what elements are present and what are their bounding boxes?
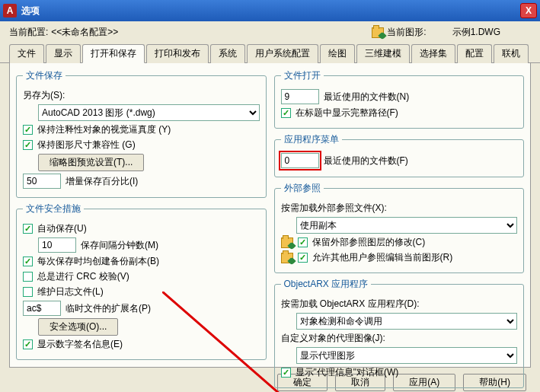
- backup-label: 每次保存时均创建备份副本(B): [37, 255, 159, 268]
- log-label: 维护日志文件(L): [37, 285, 104, 298]
- digsig-checkbox[interactable]: [23, 339, 33, 349]
- drawing-icon: [372, 27, 384, 38]
- folder-icon: [281, 237, 293, 248]
- tab-display[interactable]: 显示: [46, 44, 81, 63]
- current-profile-label: 当前配置:: [9, 26, 48, 39]
- digsig-label: 显示数字签名信息(E): [37, 338, 123, 351]
- tab-plot[interactable]: 打印和发布: [146, 44, 209, 63]
- autosave-min-label: 保存间隔分钟数(M): [81, 239, 158, 252]
- crc-checkbox[interactable]: [23, 272, 33, 282]
- group-safety-legend: 文件安全措施: [23, 202, 84, 215]
- group-file-save-legend: 文件保存: [23, 69, 66, 82]
- group-xref: 外部参照 按需加载外部参照文件(X): 使用副本 保留外部参照图层的修改(C) …: [274, 182, 525, 273]
- annot-visual-label: 保持注释性对象的视觉逼真度 (Y): [37, 123, 171, 136]
- autosave-checkbox[interactable]: [23, 224, 33, 234]
- crc-label: 总是进行 CRC 校验(V): [37, 270, 129, 283]
- xref-allowedit-label: 允许其他用户参照编辑当前图形(R): [312, 251, 453, 264]
- close-button[interactable]: X: [520, 3, 537, 18]
- tab-system[interactable]: 系统: [210, 44, 245, 63]
- arx-proxy-select[interactable]: 显示代理图形: [296, 347, 518, 364]
- group-safety: 文件安全措施 自动保存(U) 保存间隔分钟数(M) 每次保存时均创建备份副本(B…: [16, 202, 267, 360]
- tab-profiles[interactable]: 配置: [457, 44, 492, 63]
- xref-allowedit-checkbox[interactable]: [298, 253, 308, 263]
- saveas-select[interactable]: AutoCAD 2013 图形 (*.dwg): [38, 104, 260, 121]
- xref-retain-label: 保留外部参照图层的修改(C): [312, 236, 426, 249]
- arx-proxy-dlg-label: 显示"代理信息"对话框(W): [296, 366, 399, 379]
- folder-icon: [281, 253, 293, 263]
- group-app-menu: 应用程序菜单 最近使用的文件数(F): [274, 133, 525, 177]
- thumb-settings-button[interactable]: 缩略图预览设置(T)...: [38, 154, 144, 171]
- group-file-open-legend: 文件打开: [281, 69, 324, 82]
- inc-save-input[interactable]: [23, 174, 61, 189]
- app-logo-icon: A: [3, 4, 17, 18]
- arx-proxy-dlg-checkbox[interactable]: [281, 368, 291, 378]
- group-arx: ObjectARX 应用程序 按需加载 ObjectARX 应用程序(D): 对…: [274, 278, 525, 388]
- right-column: 文件打开 最近使用的文件数(N) 在标题中显示完整路径(F) 应用程序菜单 最近…: [274, 69, 525, 361]
- arx-proxy-label: 自定义对象的代理图像(J):: [281, 332, 385, 345]
- autosave-min-input[interactable]: [38, 237, 76, 253]
- left-column: 文件保存 另存为(S): AutoCAD 2013 图形 (*.dwg) 保持注…: [16, 69, 267, 361]
- appmenu-mru-input[interactable]: [281, 153, 319, 168]
- log-checkbox[interactable]: [23, 287, 33, 297]
- arx-load-select[interactable]: 对象检测和命令调用: [296, 313, 518, 330]
- current-drawing-value: 示例1.DWG: [452, 26, 500, 39]
- tab-3d[interactable]: 三维建模: [356, 44, 410, 63]
- arx-load-label: 按需加载 ObjectARX 应用程序(D):: [281, 298, 420, 311]
- annot-visual-checkbox[interactable]: [23, 125, 33, 135]
- appmenu-mru-label: 最近使用的文件数(F): [324, 155, 408, 167]
- group-app-menu-legend: 应用程序菜单: [281, 133, 342, 146]
- backup-checkbox[interactable]: [23, 257, 33, 266]
- group-xref-legend: 外部参照: [281, 182, 324, 195]
- xref-retain-checkbox[interactable]: [298, 237, 308, 247]
- saveas-label: 另存为(S):: [23, 89, 65, 102]
- xref-load-label: 按需加载外部参照文件(X):: [281, 202, 387, 215]
- fullpath-checkbox[interactable]: [281, 108, 291, 118]
- tab-drafting[interactable]: 绘图: [320, 44, 355, 63]
- security-options-button[interactable]: 安全选项(O)...: [38, 318, 118, 336]
- group-file-open: 文件打开 最近使用的文件数(N) 在标题中显示完整路径(F): [274, 69, 525, 129]
- autosave-label: 自动保存(U): [37, 222, 87, 235]
- header-row: 当前配置: <<未命名配置>> 当前图形: 示例1.DWG: [0, 21, 540, 43]
- mru-files-input[interactable]: [281, 89, 319, 104]
- mru-files-label: 最近使用的文件数(N): [324, 91, 410, 104]
- temp-ext-label: 临时文件的扩展名(P): [66, 302, 151, 315]
- fullpath-label: 在标题中显示完整路径(F): [296, 107, 398, 120]
- inc-save-label: 增量保存百分比(I): [66, 175, 138, 188]
- current-profile-value: <<未命名配置>>: [51, 26, 118, 39]
- group-arx-legend: ObjectARX 应用程序: [281, 278, 372, 291]
- window-title: 选项: [21, 5, 520, 18]
- size-compat-checkbox[interactable]: [23, 140, 33, 150]
- tab-bar: 文件 显示 打开和保存 打印和发布 系统 用户系统配置 绘图 三维建模 选择集 …: [0, 43, 540, 63]
- tab-panel: 文件保存 另存为(S): AutoCAD 2013 图形 (*.dwg) 保持注…: [9, 63, 531, 368]
- xref-load-select[interactable]: 使用副本: [296, 217, 518, 234]
- title-bar: A 选项 X: [0, 0, 540, 21]
- tab-selection[interactable]: 选择集: [411, 44, 455, 63]
- tab-file[interactable]: 文件: [9, 44, 44, 63]
- group-file-save: 文件保存 另存为(S): AutoCAD 2013 图形 (*.dwg) 保持注…: [16, 69, 267, 198]
- tab-user[interactable]: 用户系统配置: [247, 44, 318, 63]
- size-compat-label: 保持图形尺寸兼容性 (G): [37, 139, 136, 151]
- temp-ext-input[interactable]: [23, 301, 61, 316]
- tab-open-save[interactable]: 打开和保存: [82, 44, 145, 63]
- current-drawing-label: 当前图形:: [387, 26, 426, 39]
- tab-online[interactable]: 联机: [494, 44, 529, 63]
